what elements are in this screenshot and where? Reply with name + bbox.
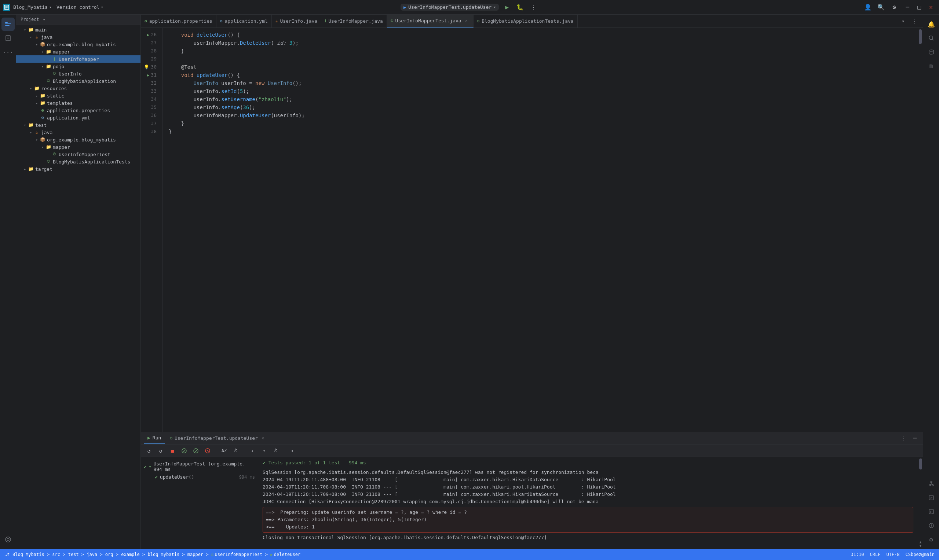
test-method-item[interactable]: ✔ updateUser() 994 ms [141, 473, 258, 481]
sidebar-project-icon[interactable] [2, 18, 15, 31]
sidebar-plugins-icon[interactable] [2, 533, 15, 546]
sidebar-bookmarks-icon[interactable] [2, 32, 15, 45]
rerun-failed-button[interactable]: ↺ [156, 446, 166, 456]
test-suite-item[interactable]: ✔ ▾ UserInfoMapperTest (org.example. 994… [141, 460, 258, 473]
gutter-38: 38 [141, 128, 160, 135]
tree-item-test-mapper-dir[interactable]: ▾ 📁 mapper [16, 143, 140, 151]
tree-item-BlogMybatisTests[interactable]: ▾ © BlogMybatisApplicationTests [16, 158, 140, 165]
tree-item-pojo[interactable]: ▾ 📁 pojo [16, 63, 140, 70]
tree-arrow-test-mapper: ▾ [40, 144, 45, 150]
history-button[interactable]: ⏱ [271, 446, 281, 456]
right-search-icon[interactable] [925, 32, 938, 45]
tab-close-UserInfoMapperTest[interactable]: ✕ [464, 18, 470, 24]
right-git-icon[interactable] [925, 477, 938, 490]
tree-item-pkg[interactable]: ▾ 📦 org.example.blog_mybatis [16, 41, 140, 48]
editor-scrollbar[interactable] [918, 28, 923, 432]
right-build-icon[interactable] [925, 491, 938, 504]
tree-item-UserInfoMapperTest[interactable]: ▾ © UserInfoMapperTest [16, 151, 140, 158]
toggle-failed-button[interactable] [202, 446, 213, 456]
tree-arrow-pkg: ▾ [34, 42, 40, 47]
tree-item-mapper-dir[interactable]: ▾ 📁 mapper [16, 48, 140, 55]
git-branch-status: CSbpez@main [906, 552, 934, 557]
right-m-icon[interactable]: m [925, 59, 938, 72]
code-line-38: } [169, 128, 912, 135]
run-gutter-26[interactable]: ▶ [147, 31, 149, 39]
import-button[interactable]: ↓ [247, 446, 257, 456]
rerun-button[interactable]: ↺ [144, 446, 154, 456]
tree-item-app-props[interactable]: ▾ ⚙ application.properties [16, 107, 140, 114]
bottom-panel-minimize-button[interactable]: ─ [910, 433, 920, 443]
tab-UserInfoMapper-java[interactable]: Ⅰ UserInfoMapper.java [321, 15, 387, 28]
search-icon[interactable]: 🔍 [876, 2, 886, 12]
tree-item-java[interactable]: ▾ ☕ java [16, 33, 140, 41]
tab-more-button[interactable]: ⋮ [910, 16, 920, 26]
settings-icon[interactable]: ⚙ [889, 2, 899, 12]
more-run-options-button[interactable]: ⋮ [528, 2, 538, 12]
tree-item-UserInfo[interactable]: ▾ © UserInfo [16, 70, 140, 77]
tab-dropdown-button[interactable]: ▾ [898, 16, 908, 26]
svg-point-14 [929, 36, 933, 40]
success-check-icon: ✔ [263, 460, 268, 465]
code-content[interactable]: void deleteUser() { userInfoMapper.Delet… [163, 28, 918, 432]
bottom-panel-more-button[interactable]: ⋮ [898, 433, 908, 443]
bottom-tab-run[interactable]: ▶ Run [144, 432, 165, 444]
project-panel-chevron-icon: ▾ [43, 17, 45, 22]
stop-button[interactable]: ■ [167, 446, 177, 456]
tree-item-static[interactable]: ▸ 📁 static [16, 92, 140, 99]
tree-item-test[interactable]: ▾ 📁 test [16, 121, 140, 129]
user-icon[interactable]: 👤 [863, 2, 873, 12]
scroll-bottom-icon[interactable]: ▼ [919, 544, 922, 548]
project-name[interactable]: Blog_Mybatis ▾ [13, 5, 51, 10]
tab-application-properties[interactable]: ⚙ application.properties [141, 15, 216, 28]
tab-BlogMybatisApplicationTests-java[interactable]: © BlogMybatisApplicationTests.java [473, 15, 578, 28]
tree-item-app-yml[interactable]: ▾ ⚙ application.yml [16, 114, 140, 121]
tab-UserInfo-java[interactable]: ☕ UserInfo.java [272, 15, 321, 28]
run-coverage-button[interactable] [179, 446, 189, 456]
sort-duration-button[interactable]: ⏱ [231, 446, 241, 456]
tab-UserInfoMapperTest-java[interactable]: © UserInfoMapperTest.java ✕ [387, 15, 473, 28]
interface-file-icon: Ⅰ [325, 19, 326, 23]
output-line-5: JDBC Connection [HikariProxyConnection@2… [263, 498, 913, 505]
lightbulb-30[interactable]: 💡 [144, 63, 149, 71]
scroll-top-icon[interactable]: ▲ [919, 540, 922, 544]
scroll-to-stack-button[interactable]: ↕ [287, 446, 298, 456]
close-button[interactable]: ✕ [926, 2, 936, 12]
export-button[interactable]: ↑ [259, 446, 269, 456]
interface-icon-UserInfoMapper: Ⅰ [51, 56, 57, 62]
tree-item-resources[interactable]: ▾ 📁 resources [16, 85, 140, 92]
run-config-selector[interactable]: ▶ UserInfoMapperTest.updateUser ▾ [401, 4, 499, 11]
code-editor: ▶ 26 27 28 29 💡 30 [141, 28, 923, 432]
folder-icon-pojo: 📁 [45, 63, 51, 69]
minimize-button[interactable]: ─ [902, 2, 913, 12]
right-database-icon[interactable] [925, 45, 938, 58]
right-notifications-icon[interactable]: 🔔 [925, 18, 938, 31]
tree-item-main[interactable]: ▾ 📁 main [16, 26, 140, 33]
maximize-button[interactable]: □ [914, 2, 924, 12]
right-terminal-icon[interactable] [925, 505, 938, 518]
sidebar-more-icon[interactable]: ··· [2, 45, 15, 58]
java-file-icon-userinfo: ☕ [276, 19, 278, 23]
tree-item-target[interactable]: ▸ 📁 target [16, 165, 140, 172]
vcs-button[interactable]: Version control ▾ [54, 4, 105, 11]
run-gutter-31[interactable]: ▶ [147, 71, 149, 79]
tree-item-templates[interactable]: ▸ 📁 templates [16, 99, 140, 107]
output-scrollbar[interactable]: ▲ ▼ [918, 457, 923, 549]
run-config-label[interactable]: © UserInfoMapperTest.updateUser ✕ [166, 432, 270, 444]
svg-rect-2 [5, 22, 8, 23]
run-tab-close[interactable]: ✕ [260, 435, 266, 441]
tree-item-UserInfoMapper[interactable]: ▾ Ⅰ UserInfoMapper [16, 55, 140, 63]
debug-button[interactable]: 🐛 [515, 2, 525, 12]
run-button[interactable]: ▶ [502, 2, 512, 12]
tree-item-test-pkg[interactable]: ▾ 📦 org.example.blog_mybatis [16, 136, 140, 143]
tree-item-BlogMybatisApp[interactable]: ▾ © BlogMybatisApplication [16, 77, 140, 85]
test-pass-icon-method: ✔ [155, 474, 158, 480]
toggle-passed-button[interactable] [191, 446, 201, 456]
right-problems-icon[interactable] [925, 519, 938, 532]
right-settings-bottom-icon[interactable]: ⚙ [925, 533, 938, 546]
code-line-33: userInfo.setId(5); [169, 87, 912, 95]
tree-arrow-target: ▸ [22, 166, 28, 172]
svg-point-16 [929, 50, 933, 51]
tab-application-yml[interactable]: ⚙ application.yml [216, 15, 272, 28]
sort-alpha-button[interactable]: AZ [219, 446, 229, 456]
tree-item-test-java[interactable]: ▾ ☕ java [16, 129, 140, 136]
